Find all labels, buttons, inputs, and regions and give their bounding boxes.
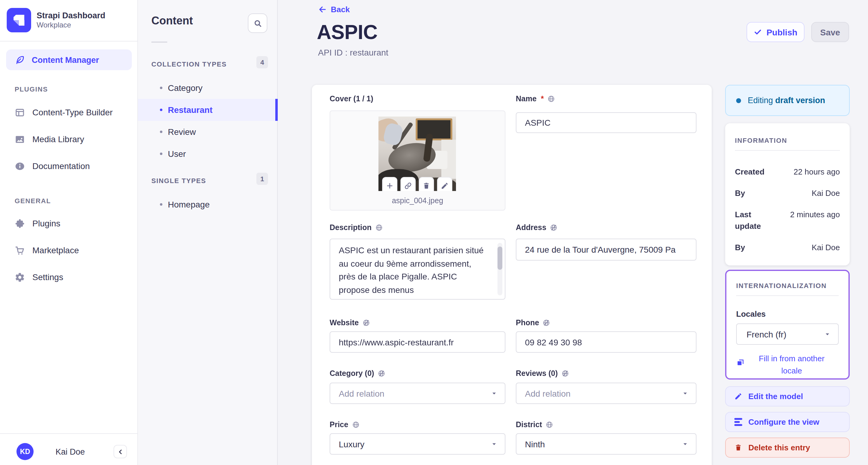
chevron-left-icon xyxy=(117,448,124,455)
price-field-label: Price xyxy=(330,421,359,429)
cover-field-label: Cover (1 / 1) xyxy=(330,95,373,103)
subnav-item-restaurant[interactable]: Restaurant xyxy=(138,99,278,121)
price-select[interactable]: Luxury xyxy=(330,433,505,455)
strapi-logo-icon xyxy=(7,8,31,32)
sidebar-item-label: Plugins xyxy=(32,218,60,228)
trash-icon xyxy=(734,444,742,452)
api-id-subtitle: API ID : restaurant xyxy=(318,48,388,57)
arrow-left-icon xyxy=(318,5,327,14)
locales-label: Locales xyxy=(736,309,839,318)
brand-title: Strapi Dashboard xyxy=(37,10,105,21)
globe-strikethrough-icon xyxy=(562,370,569,377)
sidebar-item-content-type-builder[interactable]: Content-Type Builder xyxy=(0,101,138,123)
address-field-label: Address xyxy=(516,223,557,232)
trash-icon xyxy=(423,182,430,189)
search-icon xyxy=(253,19,262,28)
subnav-item-review[interactable]: Review xyxy=(138,121,278,143)
info-row-last-update: Last update2 minutes ago xyxy=(735,209,840,232)
district-select[interactable]: Ninth xyxy=(516,433,696,455)
reviews-relation-select[interactable]: Add relation xyxy=(516,383,696,404)
description-textarea[interactable]: ASPIC est un restaurant parisien situé a… xyxy=(330,239,505,300)
globe-icon xyxy=(375,224,383,231)
pencil-icon xyxy=(734,392,742,400)
save-button[interactable]: Save xyxy=(811,22,849,42)
sidebar-item-plugins[interactable]: Plugins xyxy=(0,212,138,234)
gear-icon xyxy=(14,272,25,282)
back-link[interactable]: Back xyxy=(318,5,350,14)
category-relation-select[interactable]: Add relation xyxy=(330,383,505,404)
collapse-sidebar-button[interactable] xyxy=(114,445,127,458)
sidebar-item-content-manager[interactable]: Content Manager xyxy=(6,50,132,70)
cover-photo xyxy=(378,117,456,191)
caret-down-icon xyxy=(491,441,497,447)
count-badge: 1 xyxy=(256,173,268,185)
draft-status-banner: Editing draft version xyxy=(725,85,850,116)
count-badge: 4 xyxy=(256,56,268,68)
sidebar-item-label: Marketplace xyxy=(32,245,79,255)
name-field-label: Name* xyxy=(516,95,555,103)
add-media-button[interactable] xyxy=(382,177,397,191)
edit-media-button[interactable] xyxy=(437,177,452,191)
description-field-label: Description xyxy=(330,223,383,232)
fill-from-locale-link[interactable]: Fill in from another locale xyxy=(736,353,839,377)
bullet-icon xyxy=(160,153,162,155)
delete-media-button[interactable] xyxy=(419,177,434,191)
copy-icon xyxy=(736,358,745,367)
required-asterisk: * xyxy=(541,95,544,103)
scrollbar-thumb[interactable] xyxy=(497,247,502,270)
name-input[interactable]: ASPIC xyxy=(516,112,696,133)
globe-strikethrough-icon xyxy=(362,319,370,327)
caret-down-icon xyxy=(682,390,688,397)
phone-input[interactable]: 09 82 49 30 98 xyxy=(516,331,696,353)
category-field-label: Category (0) xyxy=(330,369,385,378)
search-button[interactable] xyxy=(248,13,267,33)
edit-model-button[interactable]: Edit the model xyxy=(725,386,850,406)
subnav-item-homepage[interactable]: Homepage xyxy=(138,193,278,215)
caret-down-icon xyxy=(491,390,497,397)
bullet-icon xyxy=(160,108,162,111)
globe-strikethrough-icon xyxy=(378,370,385,377)
media-icon xyxy=(14,134,25,144)
sidebar-item-label: Settings xyxy=(32,272,63,282)
bullet-icon xyxy=(160,87,162,89)
content-subnav: Content COLLECTION TYPES 4 Category Rest… xyxy=(138,0,278,465)
puzzle-icon xyxy=(14,218,25,228)
check-icon xyxy=(753,28,762,36)
layout-icon xyxy=(14,107,25,118)
brand: Strapi Dashboard Workplace xyxy=(7,8,105,32)
info-row-updated-by: ByKai Doe xyxy=(735,242,840,253)
app: Strapi Dashboard Workplace Content Manag… xyxy=(0,0,868,465)
divider xyxy=(0,41,138,41)
sidebar-item-marketplace[interactable]: Marketplace xyxy=(0,239,138,261)
info-row-created: Created22 hours ago xyxy=(735,166,840,178)
sidebar-item-media-library[interactable]: Media Library xyxy=(0,128,138,150)
subnav-title: Content xyxy=(151,14,193,27)
information-card: INFORMATION Created22 hours ago ByKai Do… xyxy=(725,123,850,266)
website-input[interactable]: https://www.aspic-restaurant.fr xyxy=(330,331,505,353)
sidebar-item-label: Content-Type Builder xyxy=(32,107,113,117)
globe-icon xyxy=(352,421,359,428)
sidebar-item-documentation[interactable]: Documentation xyxy=(0,155,138,177)
link-icon xyxy=(404,182,412,189)
list-bars-icon xyxy=(734,418,742,426)
globe-strikethrough-icon xyxy=(542,319,550,327)
pencil-icon xyxy=(441,182,448,189)
copy-link-button[interactable] xyxy=(400,177,416,191)
globe-icon xyxy=(548,95,555,102)
internationalization-title: INTERNATIONALIZATION xyxy=(736,282,839,289)
delete-entry-button[interactable]: Delete this entry xyxy=(725,438,850,458)
globe-icon xyxy=(546,421,553,428)
subnav-item-category[interactable]: Category xyxy=(138,77,278,99)
cart-icon xyxy=(14,245,25,255)
publish-button[interactable]: Publish xyxy=(747,22,805,42)
entry-form-card: Cover (1 / 1) aspic_004.jpeg Name* ASPIC xyxy=(312,85,712,465)
sidebar-item-label: Media Library xyxy=(32,134,84,144)
divider xyxy=(151,41,167,43)
cover-actions xyxy=(378,177,456,191)
website-field-label: Website xyxy=(330,318,370,327)
sidebar-item-settings[interactable]: Settings xyxy=(0,266,138,288)
locale-select[interactable]: French (fr) xyxy=(736,323,839,345)
address-input[interactable]: 24 rue de la Tour d'Auvergne, 75009 Pa xyxy=(516,239,696,260)
configure-view-button[interactable]: Configure the view xyxy=(725,412,850,432)
subnav-item-user[interactable]: User xyxy=(138,143,278,165)
